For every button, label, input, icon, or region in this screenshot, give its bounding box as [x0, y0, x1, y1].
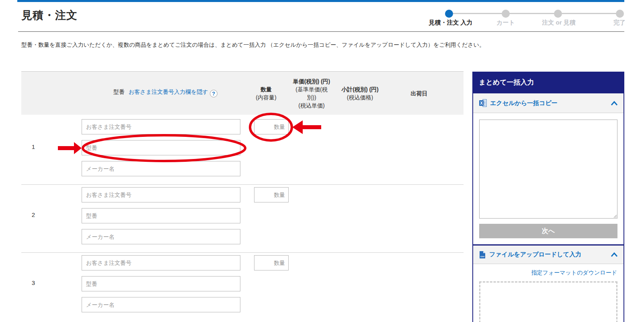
step-dot-order-or-quote [554, 10, 562, 18]
order-row-3: 3 [21, 255, 464, 320]
title-divider [18, 31, 624, 32]
customer-order-number-input[interactable] [82, 255, 240, 270]
quantity-input[interactable] [254, 255, 289, 270]
bulk-entry-panel-title: まとめて一括入力 [472, 72, 624, 93]
file-dropzone[interactable] [479, 281, 617, 322]
maker-name-input[interactable] [82, 161, 240, 176]
row-number: 2 [21, 211, 45, 218]
customer-order-number-input[interactable] [82, 187, 240, 202]
quantity-input[interactable] [254, 119, 289, 134]
step-dot-complete [616, 10, 624, 18]
order-row-2: 2 [21, 187, 464, 252]
stepper-track [449, 13, 620, 14]
quantity-input[interactable] [254, 187, 289, 202]
ship-date-column-header: 出荷日 [396, 89, 442, 97]
chevron-up-icon[interactable] [611, 101, 618, 106]
top-accent-bar [17, 0, 624, 2]
format-download-link[interactable]: 指定フォーマットのダウンロード [531, 269, 617, 276]
maker-name-input[interactable] [82, 229, 240, 244]
customer-order-number-input[interactable] [82, 119, 240, 134]
subtotal-column-header: 小計(税別) (円) (税込価格) [335, 85, 385, 101]
step-label-complete: 完了 [595, 19, 644, 27]
step-dot-input [445, 10, 453, 18]
page-title: 見積・注文 [21, 8, 78, 23]
next-button[interactable]: 次へ [479, 224, 617, 238]
excel-copy-section-header[interactable]: X エクセルから一括コピー [473, 93, 623, 113]
step-label-order-or-quote: 注文 or 見積 [527, 19, 591, 27]
bulk-entry-panel-body: X エクセルから一括コピー 次へ csv ファイルをアップロードして入力 指定フ… [472, 93, 624, 322]
file-upload-section-title: ファイルをアップロードして入力 [489, 251, 581, 258]
row-separator [21, 184, 464, 185]
excel-icon: X [479, 99, 487, 107]
step-label-cart: カート [482, 19, 530, 27]
help-icon[interactable]: ? [210, 90, 217, 97]
model-number-input[interactable] [82, 208, 240, 223]
model-label: 型番 [113, 89, 125, 95]
hide-order-number-link[interactable]: お客さま注文番号入力欄を隠す [129, 89, 208, 95]
model-column-header: 型番お客さま注文番号入力欄を隠す? [113, 89, 217, 97]
step-dot-cart [502, 10, 510, 18]
chevron-up-icon[interactable] [611, 252, 618, 257]
svg-text:csv: csv [480, 255, 485, 258]
excel-paste-textarea[interactable] [479, 120, 617, 219]
maker-name-input[interactable] [82, 297, 240, 312]
step-label-input: 見積・注文 入力 [418, 19, 483, 27]
model-number-input[interactable] [82, 140, 240, 155]
svg-text:X: X [480, 101, 483, 105]
excel-copy-section-title: エクセルから一括コピー [490, 99, 558, 107]
unit-price-column-header: 単価(税別) (円) (基準単価(税 別)) (税込単価) [286, 77, 337, 109]
model-number-input[interactable] [82, 276, 240, 291]
bulk-entry-panel: まとめて一括入力 X エクセルから一括コピー 次へ csv [472, 72, 624, 322]
page-description: 型番・数量を直接ご入力いただくか、複数の商品をまとめてご注文の場合は、まとめて一… [21, 41, 504, 49]
row-number: 1 [21, 143, 45, 150]
csv-file-icon: csv [479, 251, 486, 259]
quantity-column-header: 数量 (内容量) [246, 85, 286, 101]
file-upload-section-header[interactable]: csv ファイルをアップロードして入力 [473, 244, 623, 264]
download-link-row: 指定フォーマットのダウンロード [473, 264, 623, 277]
order-row-1: 1 [21, 119, 464, 184]
row-number: 3 [21, 279, 45, 286]
row-separator [21, 252, 464, 253]
